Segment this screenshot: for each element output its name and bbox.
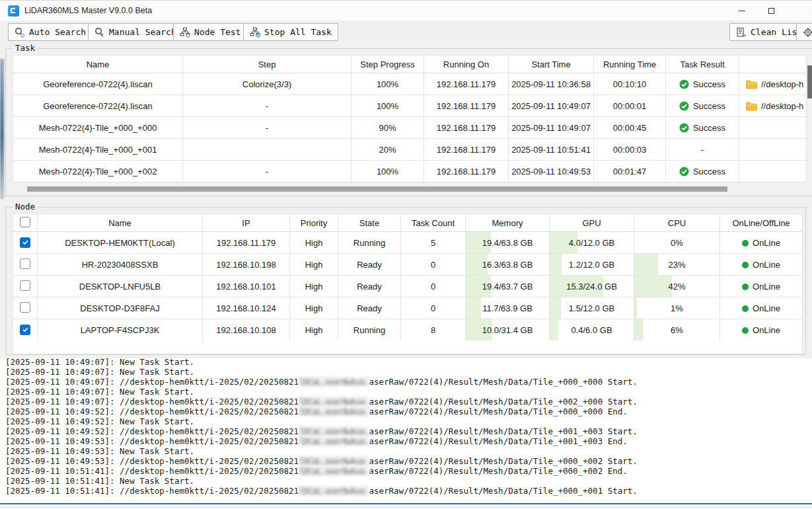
task-cell-name: Mesh-0722(4)-Tile_+000_+000 [13,117,183,139]
node-column-header[interactable]: Memory [466,214,550,232]
node-cell-memory: 19.4/63.8 GB [466,232,550,254]
task-row[interactable]: Mesh-0722(4)-Tile_+000_+002-100%192.168.… [13,161,807,182]
task-row[interactable]: Mesh-0722(4)-Tile_+000_+00120%192.168.11… [13,139,807,161]
task-cell-output: //desktop-h [739,73,807,95]
usage-fill-bar [550,297,561,319]
log-message-tail: aserRaw/0722(4)/Result/Mesh/Data/Tile_+0… [369,377,637,387]
online-status-text: OnLine [753,282,780,292]
node-checkbox[interactable] [20,325,30,335]
node-column-header[interactable]: Priority [290,214,338,232]
task-section: Task NameStepStep ProgressRunning OnStar… [5,48,812,196]
node-checkbox[interactable] [20,237,30,248]
node-row[interactable]: DESKTOP-LNFU5LB192.168.10.101HighReady01… [13,276,803,297]
node-row[interactable]: LAPTOP-F4SCPJ3K192.168.10.108HighRunning… [13,319,803,341]
node-cell-checkbox [13,297,38,319]
node-cell-online: OnLine [720,276,803,297]
node-cell-name: LAPTOP-F4SCPJ3K [38,319,203,341]
task-column-header[interactable]: Running Time [594,56,666,73]
node-cell-checkbox [13,254,38,276]
task-cell-output [739,139,807,161]
node-test-button[interactable]: Node Test [173,23,247,41]
task-column-header[interactable] [739,56,807,73]
node-row[interactable]: DESKTOP-D3F8FAJ192.168.10.124HighReady01… [13,297,803,319]
node-column-header[interactable]: State [338,214,401,232]
log-redacted-segment: lDCaL.aser8wkua. [299,466,369,476]
log-message-tail: aserRaw/0722(4)/Result/Mesh/Data/Tile_+0… [369,426,637,436]
task-row[interactable]: Georeference-0722(4).liscan-100%192.168.… [13,95,807,117]
stop-all-task-button[interactable]: Stop All Task [243,23,338,41]
log-message: //desktop-hem0ktt/i-2025/02/20250821 [120,436,299,446]
log-message-tail: aserRaw/0722(4)/Result/Mesh/Data/Tile_+0… [369,436,627,446]
node-cell-state: Ready [338,276,401,297]
node-column-header[interactable]: IP [203,214,290,232]
node-checkbox[interactable] [20,302,30,313]
maximize-button[interactable] [757,1,786,20]
task-column-header[interactable]: Task Result [666,56,739,73]
node-column-header[interactable]: CPU [634,214,720,232]
task-column-header[interactable]: Running On [424,56,509,73]
app-window: LiDAR360MLS Master V9.0.0 Beta × Auto Se… [0,0,812,509]
log-line: [2025-09-11 10:49:07]: New Task Start. [5,387,812,397]
task-column-header[interactable]: Name [13,56,183,73]
auto-search-button[interactable]: Auto Search [8,23,92,41]
folder-icon[interactable] [746,80,757,89]
task-vertical-scrollbar[interactable] [806,55,812,182]
task-cell-result: Success [666,73,739,95]
task-horizontal-scrollbar[interactable] [13,186,807,192]
node-cell-task-count: 8 [401,319,466,341]
task-row[interactable]: Georeference-0722(4).liscanColorize(3/3)… [13,73,807,95]
node-cell-cpu: 6% [634,319,720,341]
task-hscroll-thumb[interactable] [27,186,727,192]
task-row[interactable]: Mesh-0722(4)-Tile_+000_+000-90%192.168.1… [13,117,807,139]
task-column-header[interactable]: Step [183,56,351,73]
node-column-header[interactable]: Task Count [401,214,466,232]
task-cell-running-time: 00:00:45 [594,117,666,139]
node-select-all-header[interactable] [13,214,38,232]
manual-search-button[interactable]: Manual Search [88,23,183,41]
node-row[interactable]: DESKTOP-HEM0KTT(Local)192.168.11.179High… [13,232,803,254]
success-icon [679,123,689,133]
node-column-header[interactable]: Name [38,214,203,232]
log-redacted-segment: lDCaL.aser8wkua. [299,436,369,446]
task-cell-output [739,161,807,182]
node-cell-name: DESKTOP-LNFU5LB [38,276,203,297]
log-timestamp: [2025-09-11 10:49:07]: [5,397,120,407]
settings-button[interactable] [796,23,812,41]
node-row[interactable]: HR-20230408SSXB192.168.10.198HighReady01… [13,254,803,276]
success-icon [679,167,689,176]
usage-text: 6% [671,325,683,335]
node-column-header[interactable]: GPU [550,214,634,232]
node-cell-ip: 192.168.10.101 [203,276,290,297]
log-redacted-segment: lDCaL.aser8wkua. [299,426,369,436]
task-cell-running-on: 192.168.11.179 [424,161,509,182]
node-checkbox[interactable] [20,258,30,269]
node-column-header[interactable]: OnLine/OffLine [720,214,803,232]
node-cell-cpu: 1% [634,297,720,319]
log-redacted-segment: lDCaL.aser8wkua. [299,407,369,416]
select-all-checkbox[interactable] [20,217,30,227]
task-vscroll-thumb[interactable] [807,65,812,98]
task-column-header[interactable]: Step Progress [351,56,424,73]
close-button[interactable]: × [799,1,812,20]
log-line: [2025-09-11 10:49:53]: New Task Start. [5,446,812,456]
task-cell-running-on: 192.168.11.179 [424,117,509,139]
log-output[interactable]: [2025-09-11 10:49:07]: New Task Start.[2… [0,358,812,503]
online-status-text: OnLine [753,238,780,248]
task-cell-result: Success [666,161,739,182]
folder-icon[interactable] [746,102,757,111]
log-message: //desktop-hem0ktt/i-2025/02/20250821 [120,456,299,466]
task-column-header[interactable]: Start Time [509,56,594,73]
minimize-button[interactable] [727,1,757,20]
output-path-text[interactable]: //desktop-h [761,101,803,111]
node-cell-task-count: 0 [401,297,466,319]
task-cell-step: - [183,95,351,117]
usage-text: 4.0/12.0 GB [569,238,614,248]
task-cell-name: Georeference-0722(4).liscan [13,95,183,117]
online-status-icon [742,284,749,290]
node-checkbox[interactable] [20,280,30,291]
maximize-icon [768,8,774,14]
log-line: [2025-09-11 10:51:41]: //desktop-hem0ktt… [5,466,812,476]
usage-text: 19.4/63.7 GB [482,282,533,292]
output-path-text[interactable]: //desktop-h [761,79,803,89]
task-cell-name: Mesh-0722(4)-Tile_+000_+001 [13,139,183,161]
